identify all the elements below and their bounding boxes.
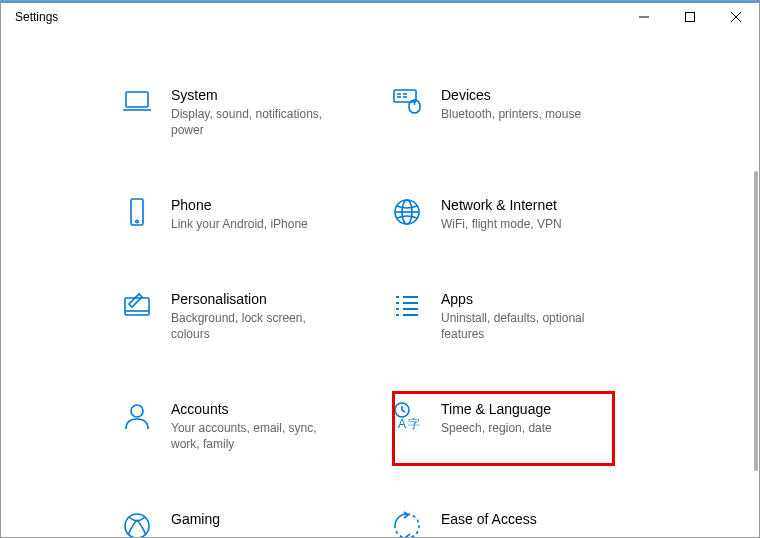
category-title: Network & Internet	[441, 196, 562, 214]
category-title: Phone	[171, 196, 308, 214]
category-desc: Uninstall, defaults, optional features	[441, 310, 611, 342]
svg-point-14	[136, 220, 139, 223]
svg-rect-18	[125, 298, 149, 315]
category-gaming[interactable]: Gaming	[121, 510, 381, 537]
category-desc: Link your Android, iPhone	[171, 216, 308, 232]
person-icon	[121, 400, 153, 432]
svg-text:A: A	[398, 417, 406, 431]
svg-line-31	[402, 410, 405, 412]
scrollbar-thumb[interactable]	[754, 171, 758, 471]
scrollbar[interactable]	[752, 31, 759, 537]
svg-point-28	[131, 405, 143, 417]
category-desc: Speech, region, date	[441, 420, 552, 436]
categories-grid: System Display, sound, notifications, po…	[121, 86, 751, 537]
category-system[interactable]: System Display, sound, notifications, po…	[121, 86, 381, 138]
ease-of-access-icon	[391, 510, 423, 537]
category-title: Devices	[441, 86, 581, 104]
category-desc: Display, sound, notifications, power	[171, 106, 341, 138]
category-devices[interactable]: Devices Bluetooth, printers, mouse	[391, 86, 651, 138]
minimize-button[interactable]	[621, 3, 667, 31]
category-desc: Background, lock screen, colours	[171, 310, 341, 342]
close-button[interactable]	[713, 3, 759, 31]
xbox-icon	[121, 510, 153, 537]
category-accounts[interactable]: Accounts Your accounts, email, sync, wor…	[121, 400, 381, 452]
phone-icon	[121, 196, 153, 228]
svg-rect-13	[131, 199, 143, 225]
paintbrush-icon	[121, 290, 153, 322]
svg-rect-1	[686, 13, 695, 22]
category-title: Accounts	[171, 400, 341, 418]
devices-icon	[391, 86, 423, 118]
apps-list-icon	[391, 290, 423, 322]
category-title: Apps	[441, 290, 611, 308]
settings-home: System Display, sound, notifications, po…	[1, 31, 751, 537]
maximize-button[interactable]	[667, 3, 713, 31]
window-title: Settings	[11, 10, 58, 24]
time-language-icon: A 字	[391, 400, 423, 432]
category-network[interactable]: Network & Internet WiFi, flight mode, VP…	[391, 196, 651, 232]
category-ease-of-access[interactable]: Ease of Access	[391, 510, 651, 537]
titlebar: Settings	[1, 1, 759, 31]
category-desc: Bluetooth, printers, mouse	[441, 106, 581, 122]
category-time-language[interactable]: A 字 Time & Language Speech, region, date	[391, 400, 651, 452]
laptop-icon	[121, 86, 153, 118]
category-desc: WiFi, flight mode, VPN	[441, 216, 562, 232]
globe-icon	[391, 196, 423, 228]
category-apps[interactable]: Apps Uninstall, defaults, optional featu…	[391, 290, 651, 342]
category-personalisation[interactable]: Personalisation Background, lock screen,…	[121, 290, 381, 342]
window-controls	[621, 3, 759, 31]
category-title: Personalisation	[171, 290, 341, 308]
category-title: Time & Language	[441, 400, 552, 418]
category-title: Gaming	[171, 510, 220, 528]
svg-rect-4	[126, 92, 148, 107]
category-desc: Your accounts, email, sync, work, family	[171, 420, 341, 452]
category-phone[interactable]: Phone Link your Android, iPhone	[121, 196, 381, 232]
category-title: Ease of Access	[441, 510, 537, 528]
svg-text:字: 字	[408, 417, 420, 431]
category-title: System	[171, 86, 341, 104]
